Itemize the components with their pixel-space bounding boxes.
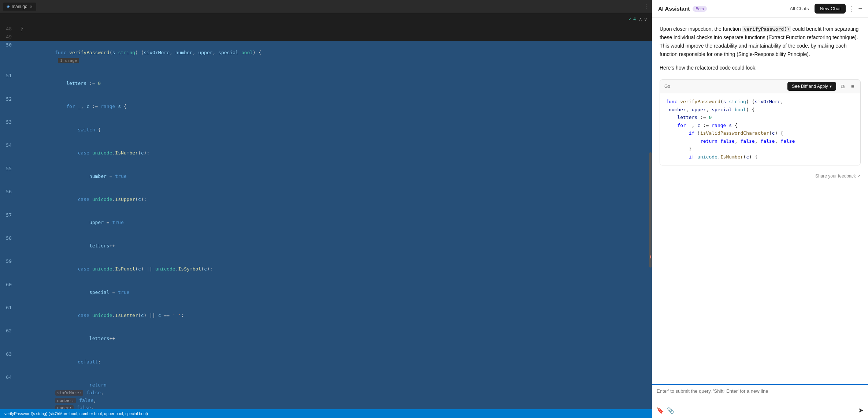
table-row: 48 } xyxy=(0,25,652,33)
line-number: 51 xyxy=(0,72,18,95)
send-message-button[interactable]: ➤ xyxy=(858,406,864,414)
line-code: letters++ xyxy=(18,327,652,350)
line-number: 54 xyxy=(0,141,18,164)
snippet-line: number, upper, special bool) { xyxy=(666,106,854,113)
check-icon: ✓ xyxy=(628,16,632,22)
snippet-line: for _, c := range s { xyxy=(666,122,854,129)
table-row: 54 case unicode.IsNumber(c): xyxy=(0,141,652,164)
table-row: 53 switch { xyxy=(0,118,652,141)
ai-message-block: Upon closer inspection, the function ver… xyxy=(660,25,861,72)
ai-chat-input[interactable] xyxy=(657,388,864,403)
go-file-icon: ◈ xyxy=(7,4,10,9)
line-code: default: xyxy=(18,350,652,373)
line-number: 56 xyxy=(0,188,18,211)
dropdown-arrow-icon: ▾ xyxy=(830,84,832,89)
attach-icon[interactable]: 📎 xyxy=(667,407,674,414)
snippet-header: Go See Diff and Apply ▾ ⧉ ≡ xyxy=(660,80,860,93)
tab-filename: main.go xyxy=(12,4,27,9)
table-row: 63 default: xyxy=(0,350,652,373)
ai-input-area: 🔖 📎 ➤ xyxy=(652,384,868,418)
ai-content: Upon closer inspection, the function ver… xyxy=(652,18,868,384)
arrow-up-button[interactable]: ∧ xyxy=(639,16,642,22)
ai-input-toolbar: 🔖 📎 ➤ xyxy=(657,404,864,414)
snippet-code-block: func verifyPassword(s string) (sixOrMore… xyxy=(660,93,860,165)
tab-main-go[interactable]: ◈ main.go × xyxy=(3,3,36,11)
line-code: letters++ xyxy=(18,234,652,257)
see-diff-apply-button[interactable]: See Diff and Apply ▾ xyxy=(787,82,836,91)
editor-panel: ◈ main.go × ⋮ ✓ 4 ∧ ∨ 48 } xyxy=(0,0,652,418)
snippet-line: if unicode.IsNumber(c) { xyxy=(666,153,854,161)
scrollbar-highlight xyxy=(650,255,651,258)
more-options-icon[interactable]: ⋮ xyxy=(643,3,649,10)
ai-paragraph-2: Here's how the refactored code could loo… xyxy=(660,64,861,72)
ai-panel-title: AI Assistant xyxy=(658,5,690,12)
table-row: 64 return sixOrMore: false, number: fals… xyxy=(0,373,652,409)
line-number: 57 xyxy=(0,211,18,234)
format-snippet-button[interactable]: ≡ xyxy=(849,82,856,90)
line-code: case unicode.IsPunct(c) || unicode.IsSym… xyxy=(18,257,652,280)
code-table: 48 } 49 50 func verifyPassword(s string)… xyxy=(0,25,652,409)
inline-code-fn: verifyPassword() xyxy=(742,26,791,32)
line-code: upper = true xyxy=(18,211,652,234)
new-chat-button[interactable]: New Chat xyxy=(815,4,846,14)
line-code: number = true xyxy=(18,165,652,188)
line-number: 61 xyxy=(0,304,18,327)
arrow-down-button[interactable]: ∨ xyxy=(644,16,648,22)
line-code: special = true xyxy=(18,281,652,304)
snippet-line: letters := 0 xyxy=(666,113,854,121)
check-count: ✓ 4 xyxy=(628,16,636,22)
line-code: switch { xyxy=(18,118,652,141)
navigation-arrows: ∧ ∨ xyxy=(639,16,648,22)
line-number: 62 xyxy=(0,327,18,350)
tab-actions: ⋮ xyxy=(643,3,649,10)
ai-paragraph-1: Upon closer inspection, the function ver… xyxy=(660,25,861,59)
table-row: 62 letters++ xyxy=(0,327,652,350)
line-number: 53 xyxy=(0,118,18,141)
scrollbar-thumb xyxy=(649,152,652,268)
line-code: case unicode.IsUpper(c): xyxy=(18,188,652,211)
line-number: 59 xyxy=(0,257,18,280)
table-row: 55 number = true xyxy=(0,165,652,188)
bookmark-icon[interactable]: 🔖 xyxy=(657,407,664,414)
ai-close-icon[interactable]: − xyxy=(858,5,862,12)
send-icon: ➤ xyxy=(858,407,864,414)
feedback-line: Share your feedback ↗ xyxy=(660,171,861,181)
status-bar: verifyPassword(s string) (sixOrMore bool… xyxy=(0,409,652,418)
table-row: 52 for _, c := range s { xyxy=(0,95,652,118)
snippet-line: if !isValidPasswordCharacter(c) { xyxy=(666,129,854,137)
feedback-link[interactable]: Share your feedback ↗ xyxy=(815,173,861,179)
status-text: verifyPassword(s string) (sixOrMore bool… xyxy=(4,411,148,416)
table-row: 50 func verifyPassword(s string) (sixOrM… xyxy=(0,41,652,72)
line-number: 63 xyxy=(0,350,18,373)
beta-badge: Beta xyxy=(693,6,707,12)
line-number: 60 xyxy=(0,281,18,304)
line-code: case unicode.IsNumber(c): xyxy=(18,141,652,164)
table-row: 56 case unicode.IsUpper(c): xyxy=(0,188,652,211)
message-text-1: Upon closer inspection, the function xyxy=(660,26,742,32)
ai-menu-icon[interactable]: ⋮ xyxy=(849,5,855,13)
snippet-line: return false, false, false, false xyxy=(666,137,854,145)
line-code: for _, c := range s { xyxy=(18,95,652,118)
code-snippet: Go See Diff and Apply ▾ ⧉ ≡ func verifyP… xyxy=(660,79,861,165)
code-editor[interactable]: 48 } 49 50 func verifyPassword(s string)… xyxy=(0,25,652,409)
check-number: 4 xyxy=(633,16,636,22)
ai-panel: AI Assistant Beta All Chats New Chat ⋮ −… xyxy=(652,0,868,418)
editor-scrollbar[interactable] xyxy=(649,25,652,409)
table-row: 49 xyxy=(0,33,652,41)
line-number: 55 xyxy=(0,165,18,188)
line-number: 58 xyxy=(0,234,18,257)
line-number: 64 xyxy=(0,373,18,409)
snippet-language: Go xyxy=(664,84,670,89)
line-number: 50 xyxy=(0,41,18,72)
line-code xyxy=(18,33,652,41)
line-number: 49 xyxy=(0,33,18,41)
table-row: 57 upper = true xyxy=(0,211,652,234)
line-code: return sixOrMore: false, number: false, … xyxy=(18,373,652,409)
tab-close-button[interactable]: × xyxy=(30,4,33,9)
editor-toolbar: ✓ 4 ∧ ∨ xyxy=(0,13,652,25)
copy-snippet-button[interactable]: ⧉ xyxy=(839,82,846,91)
line-code: case unicode.IsLetter(c) || c == ' ': xyxy=(18,304,652,327)
snippet-line: func verifyPassword(s string) (sixOrMore… xyxy=(666,98,854,105)
all-chats-button[interactable]: All Chats xyxy=(787,4,812,13)
line-number: 48 xyxy=(0,25,18,33)
